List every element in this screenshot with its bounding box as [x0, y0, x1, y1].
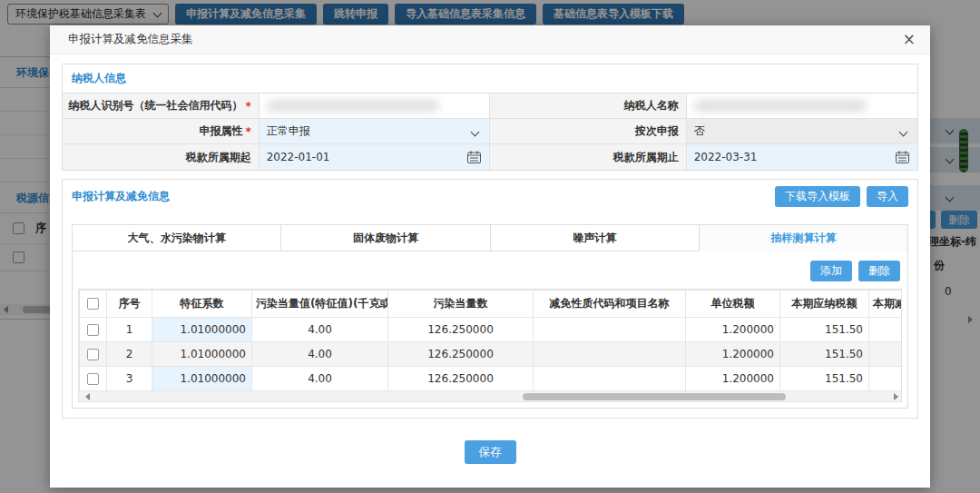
- seq-cell: 3: [107, 367, 152, 391]
- unit-tax-cell: 1.200000: [686, 318, 780, 342]
- taxpayer-id-field[interactable]: [260, 94, 490, 118]
- redacted-value: [267, 100, 439, 112]
- tab-solid-waste[interactable]: 固体废物计算: [281, 225, 490, 251]
- declaration-modal: 申报计算及减免信息采集 × 纳税人信息 纳税人识别号（统一社会信用代码） *: [50, 25, 930, 488]
- delete-row-button[interactable]: 删除: [858, 261, 900, 281]
- scroll-right-icon[interactable]: [894, 393, 898, 400]
- percycle-label: 按次申报: [490, 119, 687, 143]
- exemption-cell: [534, 318, 686, 342]
- select-all-checkbox[interactable]: [87, 298, 99, 310]
- taxpayer-name-field[interactable]: [687, 94, 917, 118]
- field-row: 纳税人名称: [490, 94, 917, 119]
- equiv-count-cell: 126.250000: [388, 342, 534, 367]
- table-card: 添加 删除 序号: [72, 251, 908, 409]
- col-tax-due: 本期应纳税额: [780, 291, 869, 318]
- equiv-value-cell: 4.00: [252, 318, 388, 342]
- reduction-cell: 0.00: [869, 342, 903, 367]
- field-row: 按次申报 否: [490, 119, 917, 144]
- scrollbar-thumb[interactable]: [523, 393, 786, 400]
- chevron-down-icon: [471, 128, 480, 137]
- table-row: 3 1.01000000 4.00 126.250000 1.200000 15…: [80, 367, 903, 391]
- row-select-cell: [80, 342, 107, 367]
- modal-title: 申报计算及减免信息采集: [68, 32, 193, 47]
- modal-body: 纳税人信息 纳税人识别号（统一社会信用代码） * 纳税人名称: [50, 54, 930, 464]
- calc-panel: 申报计算及减免信息 下载导入模板 导入 大气、水污染物计算 固体废物计算 噪声计…: [62, 179, 918, 419]
- seq-cell: 1: [107, 318, 152, 342]
- period-start-field[interactable]: 2022-01-01: [260, 144, 490, 170]
- tab-noise[interactable]: 噪声计算: [491, 225, 700, 251]
- coef-cell[interactable]: 1.01000000: [152, 342, 252, 367]
- coef-cell[interactable]: 1.01000000: [152, 367, 252, 391]
- label-text: 申报属性: [199, 123, 242, 139]
- redacted-value: [694, 100, 867, 112]
- table-header-row: 序号 特征系数 污染当量值(特征值)(千克或吨) 污染当量数 减免性质代码和项目…: [80, 291, 903, 318]
- tax-due-cell: 151.50: [780, 342, 869, 367]
- equiv-value-cell: 4.00: [252, 342, 388, 367]
- page: 环境保护税基础信息采集表 申报计算及减免信息采集 跳转申报 导入基础信息表采集信…: [0, 0, 980, 493]
- save-area: 保存: [62, 440, 918, 464]
- taxpayer-panel-titlebar: 纳税人信息: [63, 64, 917, 94]
- period-end-field[interactable]: 2022-03-31: [687, 144, 917, 170]
- save-button[interactable]: 保存: [465, 440, 516, 464]
- col-equiv-count: 污染当量数: [388, 291, 534, 318]
- calc-tabs: 大气、水污染物计算 固体废物计算 噪声计算 抽样测算计算: [72, 224, 908, 251]
- col-reduction: 本期减免税额: [869, 291, 903, 318]
- row-select-cell: [80, 318, 107, 342]
- col-seq: 序号: [107, 291, 152, 318]
- field-row: 纳税人识别号（统一社会信用代码） *: [63, 94, 490, 119]
- calc-section-title: 申报计算及减免信息: [72, 189, 170, 204]
- row-checkbox[interactable]: [87, 349, 99, 360]
- required-mark: *: [245, 100, 250, 113]
- table-clip: 序号 特征系数 污染当量值(特征值)(千克或吨) 污染当量数 减免性质代码和项目…: [78, 289, 902, 391]
- declare-attr-label: 申报属性 *: [63, 119, 260, 143]
- label-text: 纳税人识别号（统一社会信用代码）: [68, 98, 242, 113]
- download-template-button[interactable]: 下载导入模板: [775, 186, 860, 207]
- period-start-label: 税款所属期起: [63, 144, 260, 170]
- calc-panel-titlebar: 申报计算及减免信息 下载导入模板 导入: [63, 180, 917, 213]
- unit-tax-cell: 1.200000: [686, 342, 780, 367]
- table-horizontal-scrollbar[interactable]: [78, 391, 902, 402]
- reduction-cell: 0.00: [869, 367, 903, 391]
- table-row: 2 1.01000000 4.00 126.250000 1.200000 15…: [80, 342, 903, 367]
- row-select-cell: [80, 367, 107, 391]
- chevron-down-icon: [899, 128, 908, 137]
- date-value: 2022-03-31: [694, 151, 758, 163]
- calc-header-buttons: 下载导入模板 导入: [775, 186, 908, 207]
- exemption-cell: [534, 342, 686, 367]
- declare-attr-select[interactable]: 正常申报: [260, 119, 490, 143]
- col-coef: 特征系数: [152, 291, 252, 318]
- field-row: 申报属性 * 正常申报: [63, 119, 490, 144]
- close-icon[interactable]: ×: [903, 32, 916, 47]
- calendar-icon: [896, 151, 909, 163]
- date-value: 2022-01-01: [267, 151, 330, 163]
- tax-due-cell: 151.50: [780, 367, 869, 391]
- taxpayer-name-label: 纳税人名称: [490, 94, 687, 118]
- taxpayer-id-label: 纳税人识别号（统一社会信用代码） *: [63, 94, 260, 118]
- scroll-left-icon[interactable]: [85, 393, 90, 400]
- equiv-count-cell: 126.250000: [388, 318, 534, 342]
- sampling-table: 序号 特征系数 污染当量值(特征值)(千克或吨) 污染当量数 减免性质代码和项目…: [79, 290, 902, 391]
- select-value: 正常申报: [267, 123, 310, 139]
- row-checkbox[interactable]: [87, 324, 99, 336]
- unit-tax-cell: 1.200000: [686, 367, 780, 391]
- coef-cell[interactable]: 1.01000000: [152, 318, 252, 342]
- field-row: 税款所属期起 2022-01-01: [63, 144, 490, 170]
- reduction-cell: 0.00: [869, 318, 903, 342]
- percycle-select[interactable]: 否: [687, 119, 917, 143]
- select-all-header: [80, 291, 107, 318]
- tax-due-cell: 151.50: [780, 318, 869, 342]
- col-exemption: 减免性质代码和项目名称: [534, 291, 686, 318]
- tab-air-water[interactable]: 大气、水污染物计算: [73, 225, 281, 251]
- calendar-icon: [467, 151, 481, 163]
- table-row: 1 1.01000000 4.00 126.250000 1.200000 15…: [80, 318, 903, 342]
- tab-sampling[interactable]: 抽样测算计算: [700, 225, 907, 251]
- row-checkbox[interactable]: [87, 373, 99, 385]
- table-toolbar: 添加 删除: [78, 259, 902, 289]
- required-mark: *: [245, 125, 250, 138]
- import-button[interactable]: 导入: [867, 186, 908, 207]
- taxpayer-section-title: 纳税人信息: [72, 71, 126, 86]
- taxpayer-panel: 纳税人信息 纳税人识别号（统一社会信用代码） * 纳税人名称: [62, 64, 918, 171]
- add-row-button[interactable]: 添加: [810, 261, 852, 281]
- col-unit-tax: 单位税额: [686, 291, 780, 318]
- equiv-count-cell: 126.250000: [388, 367, 534, 391]
